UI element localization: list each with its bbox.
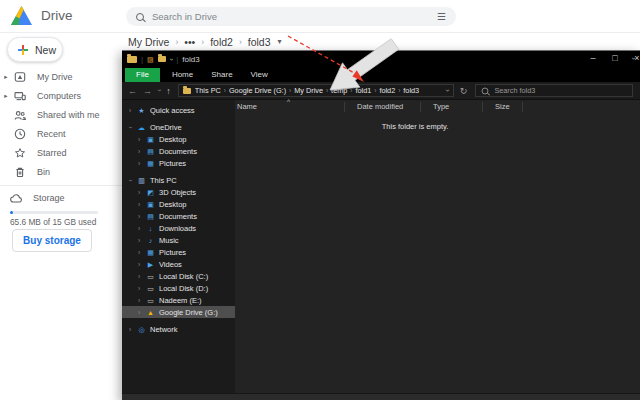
tree-expand-icon[interactable]: ›: [136, 201, 142, 208]
address-path-fold1[interactable]: fold1: [355, 86, 371, 95]
ribbon-tab-view[interactable]: View: [242, 68, 277, 82]
objects3d-icon: ◩: [146, 189, 155, 196]
tree-item-downloads[interactable]: ›↓Downloads: [122, 222, 235, 234]
address-history-icon[interactable]: ›: [443, 89, 452, 92]
maximize-button[interactable]: □: [604, 51, 626, 67]
breadcrumb-item-my-drive[interactable]: My Drive: [128, 36, 169, 48]
tree-expand-icon[interactable]: ›: [136, 261, 142, 268]
minimize-button[interactable]: –: [582, 51, 604, 67]
breadcrumb-item-fold2[interactable]: fold2: [210, 36, 233, 48]
tree-expand-icon[interactable]: ›: [136, 309, 142, 316]
column-header-size[interactable]: Size: [483, 102, 523, 112]
explorer-search-box[interactable]: Search fold3: [475, 84, 633, 97]
tree-expand-icon[interactable]: ›: [127, 107, 133, 114]
tree-item-label: Nadeem (E:): [159, 296, 202, 305]
drive-breadcrumb: My Drive›•••›fold2›fold3▾: [128, 33, 282, 50]
tree-expand-icon[interactable]: ›: [136, 136, 142, 143]
recent-locations-icon[interactable]: ›: [156, 89, 163, 91]
drive-header: Drive Search in Drive ☰: [0, 0, 640, 33]
forward-icon[interactable]: →: [143, 86, 152, 96]
properties-icon[interactable]: ▨: [147, 56, 154, 63]
file-list-pane: ^ NameDate modifiedTypeSize This folder …: [235, 100, 640, 394]
tree-item-local-disk-d[interactable]: ›▭Local Disk (D:): [122, 282, 235, 294]
tree-expand-icon[interactable]: ›: [136, 189, 142, 196]
collapse-ribbon-icon[interactable]: ›: [629, 57, 638, 60]
tree-item-network[interactable]: ›◎Network: [122, 323, 235, 335]
breadcrumb-item-[interactable]: •••: [184, 36, 195, 48]
refresh-icon[interactable]: ↻: [460, 86, 468, 96]
tree-expand-icon[interactable]: ›: [136, 148, 142, 155]
tree-expand-icon[interactable]: ›: [136, 237, 142, 244]
tree-item-pictures[interactable]: ›▦Pictures: [122, 157, 235, 169]
tree-expand-icon[interactable]: ›: [127, 177, 134, 183]
up-icon[interactable]: ↑: [166, 86, 171, 96]
back-icon[interactable]: ←: [128, 86, 137, 96]
sidebar-item-label: Shared with me: [37, 110, 100, 120]
tree-item-local-disk-c[interactable]: ›▭Local Disk (C:): [122, 270, 235, 282]
address-path-fold3[interactable]: fold3: [403, 86, 419, 95]
tree-item-onedrive[interactable]: ›☁OneDrive: [122, 121, 235, 133]
breadcrumb-item-fold3[interactable]: fold3: [248, 36, 271, 48]
down-icon: ↓: [146, 225, 155, 232]
tree-item-desktop[interactable]: ›▣Desktop: [122, 133, 235, 145]
tree-expand-icon[interactable]: ›: [136, 273, 142, 280]
tree-expand-icon[interactable]: ›: [136, 285, 142, 292]
disk-icon: ▭: [146, 297, 155, 304]
new-folder-icon[interactable]: [158, 56, 166, 62]
tree-item-pictures[interactable]: ›▦Pictures: [122, 246, 235, 258]
tree-item-google-drive-g[interactable]: ›▲Google Drive (G:): [122, 306, 235, 318]
drive-search-bar[interactable]: Search in Drive ☰: [126, 7, 456, 26]
tree-item-documents[interactable]: ›▤Documents: [122, 210, 235, 222]
tree-expand-icon[interactable]: ›: [136, 213, 142, 220]
sidebar-item-bin[interactable]: Bin: [0, 162, 122, 181]
breadcrumb-separator-icon: ›: [201, 37, 204, 47]
ribbon-tab-file[interactable]: File: [125, 68, 160, 82]
sidebar-item-shared-with-me[interactable]: Shared with me: [0, 105, 122, 124]
tree-expand-icon[interactable]: ›: [127, 326, 133, 333]
path-separator-icon: ›: [224, 87, 226, 94]
sidebar-item-label: Recent: [37, 129, 66, 139]
address-bar[interactable]: This PC›Google Drive (G:)›My Drive›temp›…: [178, 84, 454, 97]
column-header-date-modified[interactable]: Date modified: [345, 102, 421, 112]
tree-expand-icon[interactable]: ›: [136, 225, 142, 232]
buy-storage-button[interactable]: Buy storage: [12, 229, 92, 252]
tree-item-videos[interactable]: ›▶Videos: [122, 258, 235, 270]
breadcrumb-dropdown-icon[interactable]: ▾: [278, 37, 282, 46]
search-options-icon[interactable]: ☰: [437, 12, 446, 22]
disk-icon: ▭: [146, 273, 155, 280]
cloud-icon: ☁: [137, 124, 146, 131]
tree-item-this-pc[interactable]: ›▥This PC: [122, 174, 235, 186]
titlebar-separator: |: [176, 55, 178, 64]
new-button[interactable]: New: [7, 37, 63, 62]
address-path-temp[interactable]: temp: [331, 86, 347, 95]
tree-item-music[interactable]: ›♪Music: [122, 234, 235, 246]
address-path-google-drive-g[interactable]: Google Drive (G:): [229, 86, 286, 95]
path-separator-icon: ›: [374, 87, 376, 94]
customize-toolbar-icon[interactable]: ›: [166, 58, 175, 61]
tree-item-3d-objects[interactable]: ›◩3D Objects: [122, 186, 235, 198]
pc-icon: ▥: [137, 177, 146, 184]
address-path-my-drive[interactable]: My Drive: [294, 86, 323, 95]
tree-expand-icon[interactable]: ›: [136, 249, 142, 256]
tree-item-quick-access[interactable]: ›★Quick access: [122, 104, 235, 116]
tree-item-desktop[interactable]: ›▣Desktop: [122, 198, 235, 210]
column-header-type[interactable]: Type: [421, 102, 483, 112]
tree-item-documents[interactable]: ›▤Documents: [122, 145, 235, 157]
address-path-fold2[interactable]: fold2: [379, 86, 395, 95]
expand-arrow-icon[interactable]: ▸: [3, 92, 9, 100]
sidebar-item-storage[interactable]: Storage: [3, 189, 65, 207]
expand-arrow-icon[interactable]: ▸: [3, 73, 9, 81]
address-path-this-pc[interactable]: This PC: [195, 86, 221, 95]
tree-expand-icon[interactable]: ›: [127, 124, 134, 130]
tree-expand-icon[interactable]: ›: [136, 297, 142, 304]
sidebar-item-computers[interactable]: ▸Computers: [0, 86, 122, 105]
tree-item-nadeem-e[interactable]: ›▭Nadeem (E:): [122, 294, 235, 306]
sidebar-item-recent[interactable]: Recent: [0, 124, 122, 143]
sidebar-item-my-drive[interactable]: ▸My Drive: [0, 67, 122, 86]
explorer-window: | ▨ › | fold3 –□× FileHomeShareView › ← …: [122, 50, 640, 400]
ribbon-tab-share[interactable]: Share: [202, 68, 241, 82]
explorer-titlebar[interactable]: | ▨ › | fold3 –□×: [122, 51, 640, 67]
ribbon-tab-home[interactable]: Home: [163, 68, 202, 82]
sidebar-item-starred[interactable]: Starred: [0, 143, 122, 162]
tree-expand-icon[interactable]: ›: [136, 160, 142, 167]
